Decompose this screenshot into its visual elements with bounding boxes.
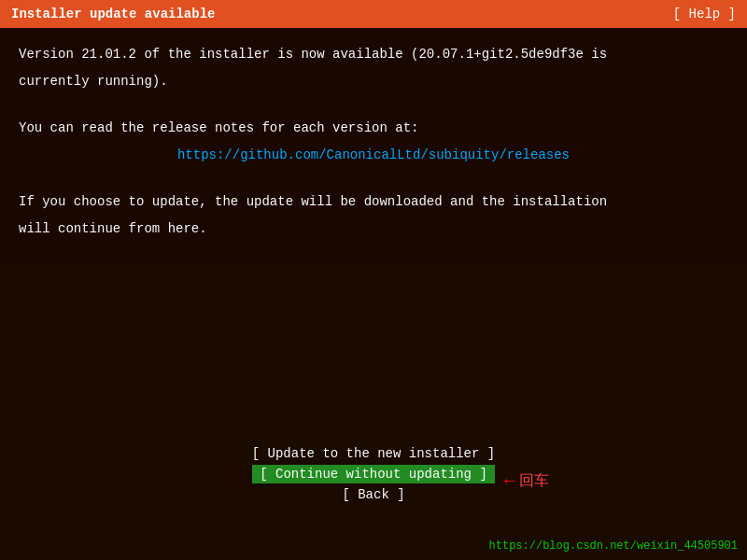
- help-button[interactable]: [ Help ]: [673, 7, 736, 21]
- title-text: Installer update available: [11, 7, 215, 21]
- content-line-2: currently running).: [19, 72, 728, 91]
- watermark: https://blog.csdn.net/weixin_44505901: [489, 539, 738, 553]
- content-line-1: Version 21.01.2 of the installer is now …: [19, 45, 728, 64]
- annotation-label: 回车: [519, 471, 549, 491]
- arrow-icon: ←: [504, 470, 515, 492]
- content-line-3: You can read the release notes for each …: [19, 119, 728, 138]
- back-button[interactable]: [ Back ]: [342, 485, 404, 504]
- content-line-4: If you choose to update, the update will…: [19, 192, 728, 212]
- buttons-area: [ Update to the new installer ] [ Contin…: [0, 444, 747, 504]
- main-content: Version 21.01.2 of the installer is now …: [0, 28, 747, 263]
- title-bar: Installer update available [ Help ]: [0, 0, 747, 28]
- update-button[interactable]: [ Update to the new installer ]: [252, 444, 495, 463]
- content-line-5: will continue from here.: [19, 219, 728, 239]
- continue-button[interactable]: [ Continue without updating ]: [252, 465, 495, 483]
- arrow-annotation: ← 回车: [504, 470, 549, 492]
- release-notes-url: https://github.com/CanonicalLtd/subiquit…: [19, 146, 728, 165]
